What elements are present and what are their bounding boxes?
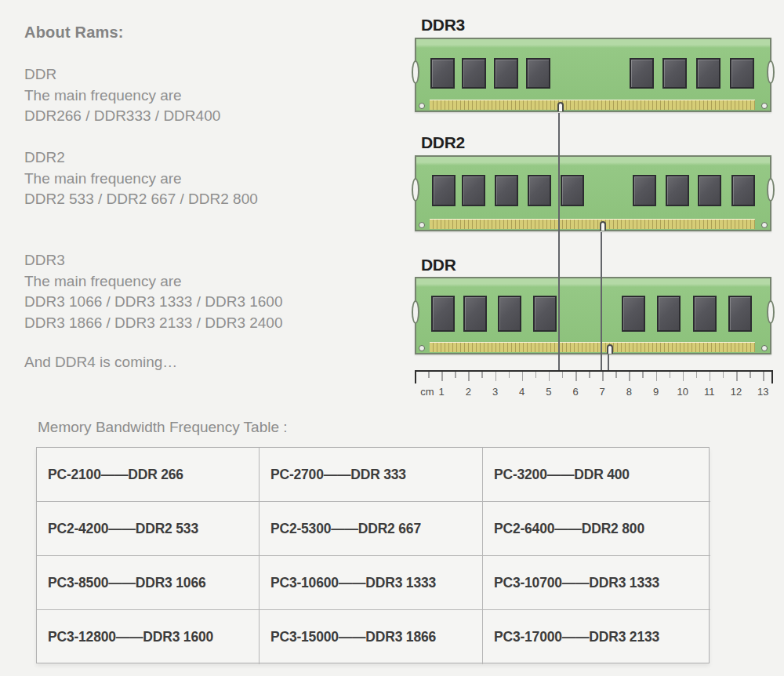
ram-chip bbox=[462, 175, 485, 206]
key-notch-icon bbox=[607, 344, 613, 354]
ram-chip bbox=[498, 296, 521, 332]
side-notch bbox=[412, 60, 419, 84]
table-cell: PC3-10700——DDR3 1333 bbox=[483, 556, 710, 610]
ruler-half-tick bbox=[562, 372, 564, 378]
side-notch bbox=[412, 300, 419, 324]
module-label: DDR bbox=[421, 256, 456, 274]
mount-hole bbox=[761, 103, 768, 109]
ruler: cm12345678910111213 bbox=[415, 370, 773, 402]
ram-chip bbox=[657, 296, 681, 332]
ruler-number: 4 bbox=[513, 386, 532, 398]
ram-chip bbox=[693, 296, 717, 332]
ram-chip bbox=[698, 175, 721, 206]
ram-chip bbox=[630, 58, 654, 89]
ruler-half-tick bbox=[670, 372, 671, 378]
ram-chip bbox=[526, 58, 550, 89]
mount-hole bbox=[419, 345, 425, 351]
ram-module bbox=[415, 277, 771, 354]
ruler-tick bbox=[683, 372, 684, 381]
notch-indicator-line bbox=[558, 113, 560, 371]
ruler-number: 11 bbox=[700, 386, 719, 398]
side-notch bbox=[767, 178, 775, 202]
about-paragraph: DDR The main frequency are DDR266 / DDR3… bbox=[24, 64, 220, 127]
ruler-tick bbox=[736, 372, 738, 381]
ruler-tick bbox=[656, 372, 658, 381]
table-cell: PC3-10600——DDR3 1333 bbox=[260, 556, 483, 610]
ram-chip bbox=[495, 175, 518, 206]
mount-hole bbox=[419, 222, 425, 228]
ruler-number: 13 bbox=[753, 386, 772, 398]
ram-chip bbox=[432, 175, 456, 206]
ruler-tick bbox=[522, 372, 524, 381]
table-cell: PC2-6400——DDR2 800 bbox=[483, 502, 710, 556]
ruler-tick bbox=[468, 372, 470, 381]
ram-chip bbox=[431, 296, 455, 332]
ruler-number: 6 bbox=[566, 386, 585, 398]
page-title: About Rams: bbox=[24, 24, 124, 42]
ram-chip bbox=[622, 296, 645, 332]
ruler-number: 9 bbox=[647, 386, 666, 398]
ruler-end-tick bbox=[415, 370, 416, 383]
key-notch-icon bbox=[600, 221, 606, 231]
ruler-tick bbox=[629, 372, 630, 381]
ram-chip bbox=[462, 58, 486, 89]
side-notch bbox=[767, 300, 775, 324]
frequency-table: PC-2100——DDR 266PC-2700——DDR 333PC-3200—… bbox=[36, 447, 710, 663]
ram-chip bbox=[463, 296, 487, 332]
side-notch bbox=[412, 178, 419, 202]
ruler-number: 5 bbox=[539, 386, 558, 398]
ruler-half-tick bbox=[481, 372, 483, 378]
ruler-half-tick bbox=[428, 372, 430, 378]
ruler-half-tick bbox=[723, 372, 724, 378]
table-cell: PC-2700——DDR 333 bbox=[260, 448, 483, 502]
ruler-half-tick bbox=[642, 372, 644, 378]
ruler-number: 2 bbox=[459, 386, 477, 398]
ram-chip bbox=[662, 58, 687, 89]
ruler-tick bbox=[441, 372, 443, 381]
ram-module bbox=[415, 155, 771, 231]
side-notch bbox=[767, 60, 775, 84]
table-cell: PC3-15000——DDR3 1866 bbox=[260, 610, 483, 664]
module-label: DDR3 bbox=[421, 16, 465, 35]
table-cell: PC-2100——DDR 266 bbox=[37, 448, 260, 502]
ram-chip bbox=[430, 58, 455, 89]
table-cell: PC3-8500——DDR3 1066 bbox=[37, 556, 260, 610]
module-label: DDR2 bbox=[421, 133, 465, 152]
ram-chip bbox=[731, 175, 755, 206]
ruler-half-tick bbox=[696, 372, 698, 378]
ruler-half-tick bbox=[615, 372, 617, 378]
table-cell: PC3-12800——DDR3 1600 bbox=[37, 610, 260, 664]
ruler-number: 7 bbox=[593, 386, 612, 398]
gold-contacts bbox=[430, 219, 755, 229]
table-cell: PC-3200——DDR 400 bbox=[483, 448, 710, 502]
ram-chip bbox=[561, 175, 584, 206]
mount-hole bbox=[419, 103, 425, 109]
ruler-half-tick bbox=[455, 372, 456, 378]
notch-indicator-line bbox=[601, 232, 602, 371]
about-paragraph: DDR2 The main frequency are DDR2 533 / D… bbox=[24, 147, 258, 210]
notch-indicator-line bbox=[608, 354, 609, 371]
mount-hole bbox=[761, 345, 768, 351]
ram-chip bbox=[666, 175, 689, 206]
ruler-tick bbox=[549, 372, 550, 381]
ram-chip bbox=[633, 175, 656, 206]
ruler-half-tick bbox=[589, 372, 590, 378]
about-paragraph: DDR3 The main frequency are DDR3 1066 / … bbox=[24, 250, 283, 333]
mount-hole bbox=[761, 222, 768, 228]
ruler-number: 12 bbox=[727, 386, 746, 398]
table-cell: PC3-17000——DDR3 2133 bbox=[483, 610, 710, 664]
ruler-number: 8 bbox=[619, 386, 638, 398]
gold-contacts bbox=[430, 100, 755, 110]
ddr4-footnote: And DDR4 is coming… bbox=[24, 354, 177, 371]
ruler-tick bbox=[495, 372, 497, 381]
ruler-tick bbox=[710, 372, 711, 381]
ruler-number: 3 bbox=[486, 386, 505, 398]
ram-chip bbox=[730, 58, 754, 89]
ruler-tick bbox=[575, 372, 577, 381]
ruler-number: 1 bbox=[432, 386, 451, 398]
ruler-half-tick bbox=[750, 372, 751, 378]
key-notch-icon bbox=[557, 102, 564, 111]
ruler-half-tick bbox=[535, 372, 537, 378]
ram-chip bbox=[696, 58, 720, 89]
table-title: Memory Bandwidth Frequency Table : bbox=[38, 419, 288, 436]
